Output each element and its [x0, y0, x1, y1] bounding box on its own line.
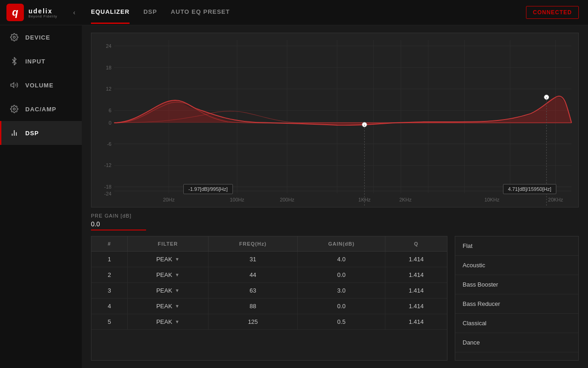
pre-gain-label: PRE GAIN [dB]	[91, 213, 579, 218]
logo-slogan: Beyond Fidelity	[28, 15, 57, 18]
logo-icon: q	[6, 4, 24, 21]
dropdown-arrow-icon: ▼	[175, 257, 180, 262]
content-area: 24 18 12 6 0 -6 -12 -18 -24 20Hz 100Hz 2…	[82, 25, 588, 368]
main-content: EQUALIZER DSP AUTO EQ PRESET CONNECTED	[82, 0, 588, 368]
cell-filter[interactable]: PEAK ▼	[128, 283, 208, 299]
table-row[interactable]: 5 PEAK ▼ 125 0.5 1.414	[91, 314, 447, 330]
svg-point-0	[13, 36, 16, 39]
tab-dsp[interactable]: DSP	[143, 1, 157, 24]
cell-filter[interactable]: PEAK ▼	[128, 314, 208, 330]
svg-text:18: 18	[106, 65, 111, 70]
svg-point-2	[13, 108, 16, 110]
eq-table-container: # FILTER FREQ(Hz) GAIN(dB) Q 1 PEAK ▼	[91, 236, 447, 361]
cell-freq[interactable]: 31	[208, 252, 298, 267]
cell-filter[interactable]: PEAK ▼	[128, 299, 208, 314]
preset-item-bass-reducer[interactable]: Bass Reducer	[455, 294, 578, 314]
preset-item-dance[interactable]: Dance	[455, 333, 578, 352]
tab-auto-eq-preset[interactable]: AUTO EQ PRESET	[171, 1, 230, 24]
table-row[interactable]: 1 PEAK ▼ 31 4.0 1.414	[91, 252, 447, 267]
dropdown-arrow-icon: ▼	[175, 319, 180, 324]
cell-gain[interactable]: 3.0	[298, 283, 385, 299]
cell-gain[interactable]: 0.0	[298, 267, 385, 283]
pre-gain-value[interactable]: 0.0	[91, 220, 146, 230]
top-nav: EQUALIZER DSP AUTO EQ PRESET CONNECTED	[82, 0, 588, 25]
logo-text: udelix Beyond Fidelity	[28, 7, 57, 18]
eq-tooltip-right: 4.71[dB]/15950[Hz]	[503, 184, 556, 194]
cell-gain[interactable]: 0.5	[298, 314, 385, 330]
logo-area: q udelix Beyond Fidelity ‹	[0, 0, 82, 25]
eq-graph-container[interactable]: 24 18 12 6 0 -6 -12 -18 -24 20Hz 100Hz 2…	[91, 33, 579, 207]
cell-freq[interactable]: 125	[208, 314, 298, 330]
cell-num: 4	[91, 299, 128, 314]
eq-graph: 24 18 12 6 0 -6 -12 -18 -24 20Hz 100Hz 2…	[91, 33, 578, 207]
sidebar: q udelix Beyond Fidelity ‹ DEVICE INPUT	[0, 0, 82, 368]
cell-q[interactable]: 1.414	[385, 283, 447, 299]
table-row[interactable]: 4 PEAK ▼ 88 0.0 1.414	[91, 299, 447, 314]
svg-text:0: 0	[109, 120, 112, 126]
sidebar-item-device[interactable]: DEVICE	[0, 25, 82, 49]
dropdown-arrow-icon: ▼	[175, 304, 180, 309]
table-row[interactable]: 3 PEAK ▼ 63 3.0 1.414	[91, 283, 447, 299]
cell-gain[interactable]: 4.0	[298, 252, 385, 267]
svg-text:10KHz: 10KHz	[484, 197, 499, 202]
chart-icon	[10, 128, 19, 138]
cell-filter[interactable]: PEAK ▼	[128, 267, 208, 283]
logo-brand: udelix	[28, 7, 57, 15]
col-header-num: #	[91, 236, 128, 252]
table-row[interactable]: 2 PEAK ▼ 44 0.0 1.414	[91, 267, 447, 283]
connected-badge: CONNECTED	[526, 6, 579, 19]
eq-table: # FILTER FREQ(Hz) GAIN(dB) Q 1 PEAK ▼	[91, 236, 447, 330]
dropdown-arrow-icon: ▼	[175, 272, 180, 277]
cell-num: 2	[91, 267, 128, 283]
sidebar-item-volume[interactable]: VOLUME	[0, 73, 82, 97]
cell-gain[interactable]: 0.0	[298, 299, 385, 314]
gear-icon	[10, 33, 19, 42]
sidebar-item-label-dsp: DSP	[25, 130, 39, 137]
sidebar-item-dac-amp[interactable]: DAC/AMP	[0, 97, 82, 121]
cell-freq[interactable]: 88	[208, 299, 298, 314]
preset-list: FlatAcousticBass BoosterBass ReducerClas…	[455, 236, 579, 361]
svg-text:200Hz: 200Hz	[280, 197, 294, 202]
sidebar-item-input[interactable]: INPUT	[0, 49, 82, 73]
svg-text:-18: -18	[104, 184, 112, 190]
preset-item-acoustic[interactable]: Acoustic	[455, 256, 578, 275]
cell-filter[interactable]: PEAK ▼	[128, 252, 208, 267]
svg-text:20Hz: 20Hz	[163, 197, 175, 202]
sidebar-collapse-icon[interactable]: ‹	[73, 9, 75, 16]
col-header-freq: FREQ(Hz)	[208, 236, 298, 252]
bluetooth-icon	[10, 57, 19, 66]
svg-text:20KHz: 20KHz	[548, 197, 563, 202]
speaker-icon	[10, 80, 19, 90]
col-header-q: Q	[385, 236, 447, 252]
svg-text:12: 12	[106, 86, 111, 92]
pre-gain-section: PRE GAIN [dB] 0.0	[91, 213, 579, 230]
sidebar-item-label-input: INPUT	[25, 58, 45, 65]
cell-num: 1	[91, 252, 128, 267]
tab-equalizer[interactable]: EQUALIZER	[91, 1, 130, 24]
cell-q[interactable]: 1.414	[385, 267, 447, 283]
preset-item-classical[interactable]: Classical	[455, 314, 578, 333]
svg-text:-6: -6	[107, 141, 112, 147]
preset-item-flat[interactable]: Flat	[455, 236, 578, 256]
preset-item-bass-booster[interactable]: Bass Booster	[455, 275, 578, 294]
sidebar-item-label-dac-amp: DAC/AMP	[25, 106, 57, 113]
svg-text:100Hz: 100Hz	[230, 197, 244, 202]
sidebar-item-label-volume: VOLUME	[25, 82, 54, 89]
cell-freq[interactable]: 44	[208, 267, 298, 283]
svg-marker-1	[11, 83, 14, 88]
svg-text:-12: -12	[104, 162, 112, 168]
cell-q[interactable]: 1.414	[385, 252, 447, 267]
eq-tooltip-left: -1.97[dB]/995[Hz]	[183, 184, 233, 194]
sidebar-item-label-device: DEVICE	[25, 34, 50, 41]
svg-text:6: 6	[109, 108, 112, 113]
dac-icon	[10, 104, 19, 114]
svg-text:24: 24	[106, 43, 111, 49]
cell-freq[interactable]: 63	[208, 283, 298, 299]
sidebar-item-dsp[interactable]: DSP	[0, 121, 82, 145]
svg-text:-24: -24	[104, 191, 112, 196]
cell-q[interactable]: 1.414	[385, 299, 447, 314]
svg-text:2KHz: 2KHz	[399, 197, 412, 202]
col-header-filter: FILTER	[128, 236, 208, 252]
cell-q[interactable]: 1.414	[385, 314, 447, 330]
col-header-gain: GAIN(dB)	[298, 236, 385, 252]
